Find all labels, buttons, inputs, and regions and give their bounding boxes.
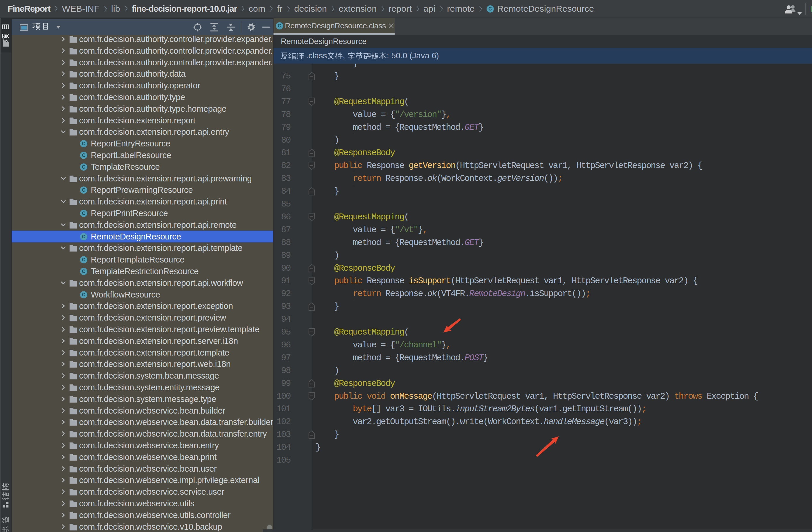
svg-text:C: C [278,23,281,28]
svg-text:C: C [82,257,86,262]
svg-text:C: C [82,234,86,239]
svg-text:C: C [82,152,86,158]
svg-text:C: C [82,211,86,216]
svg-text:C: C [82,164,86,169]
svg-text:C: C [82,269,86,274]
svg-text:C: C [82,292,86,297]
svg-text:C: C [82,188,86,193]
svg-text:C: C [489,6,492,11]
svg-text:C: C [82,141,86,146]
